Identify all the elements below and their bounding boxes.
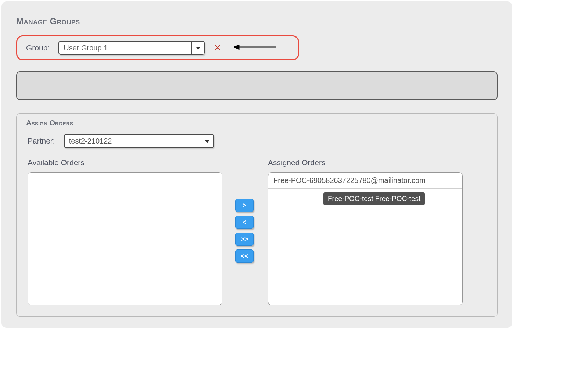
delete-group-button[interactable] [214,43,222,53]
move-all-left-button[interactable]: << [235,249,254,263]
svg-marker-3 [205,140,209,143]
group-label: Group: [26,43,50,52]
partner-label: Partner: [28,137,55,145]
partner-select-value: test2-210122 [65,135,201,147]
list-item[interactable]: Free-POC-690582637225780@mailinator.com [268,173,462,189]
partner-select-dropdown-button[interactable] [201,135,213,147]
annotation-arrow [233,43,277,53]
dual-list: Available Orders > < >> << Assigned Orde… [26,158,488,305]
assigned-orders-listbox[interactable]: Free-POC-690582637225780@mailinator.comF… [268,172,463,305]
group-selector-highlight: Group: User Group 1 [16,35,299,60]
move-all-right-button[interactable]: >> [235,233,254,246]
transfer-buttons: > < >> << [222,158,266,263]
group-select[interactable]: User Group 1 [58,41,205,55]
svg-marker-2 [233,45,239,50]
manage-groups-page: Manage Groups Group: User Group 1 [1,1,512,328]
move-right-button[interactable]: > [235,199,254,212]
notification-panel [16,71,498,100]
assigned-orders-label: Assigned Orders [268,158,463,167]
group-select-value: User Group 1 [59,42,191,54]
close-icon [214,43,222,53]
group-select-dropdown-button[interactable] [191,42,204,54]
assign-orders-panel: Assign Orders Partner: test2-210122 Avai… [16,113,498,317]
order-tooltip: Free-POC-test Free-POC-test [323,192,425,205]
arrow-left-icon [233,43,277,53]
assign-orders-title: Assign Orders [26,119,488,127]
page-title: Manage Groups [16,16,498,26]
partner-row: Partner: test2-210122 [26,134,488,148]
available-orders-column: Available Orders [28,158,222,305]
available-orders-label: Available Orders [28,158,222,167]
partner-select[interactable]: test2-210122 [64,134,214,148]
available-orders-listbox[interactable] [28,172,222,305]
chevron-down-icon [205,137,209,145]
assigned-orders-column: Assigned Orders Free-POC-690582637225780… [268,158,463,305]
move-left-button[interactable]: < [235,216,254,229]
chevron-down-icon [196,44,200,52]
svg-marker-0 [196,47,200,50]
